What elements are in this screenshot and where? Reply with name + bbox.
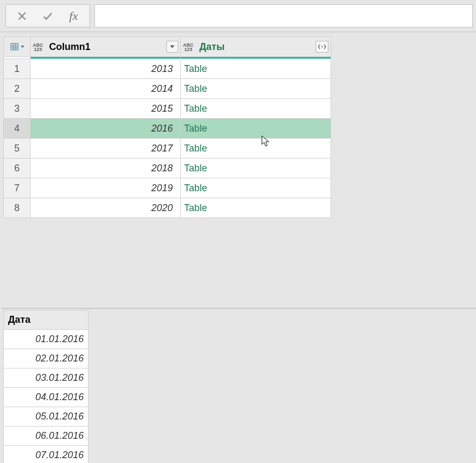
- formula-input[interactable]: = Table.AddColumn(#"Преобразованно в таб…: [94, 4, 473, 27]
- table-row[interactable]: 82020Table: [4, 198, 331, 218]
- cell-dates[interactable]: Table: [181, 139, 331, 158]
- cell-dates[interactable]: Table: [181, 59, 331, 79]
- row-number-cell[interactable]: 6: [4, 158, 31, 178]
- row-number-cell[interactable]: 8: [4, 198, 31, 218]
- row-number-cell[interactable]: 1: [4, 59, 31, 79]
- preview-cell[interactable]: 04.01.2016: [4, 388, 89, 407]
- row-number-cell[interactable]: 2: [4, 79, 31, 99]
- fx-icon: fx: [69, 9, 78, 23]
- cell-dates[interactable]: Table: [181, 198, 331, 218]
- table-row[interactable]: 72019Table: [4, 178, 331, 198]
- table-row[interactable]: 12013Table: [4, 59, 331, 79]
- cell-dates[interactable]: Table: [181, 158, 331, 178]
- cell-column1[interactable]: 2016: [31, 119, 181, 139]
- preview-cell[interactable]: 06.01.2016: [4, 426, 89, 446]
- datatype-any-icon: ABC123: [33, 43, 43, 52]
- column-header-label: Даты: [200, 41, 225, 52]
- preview-cell[interactable]: 07.01.2016: [4, 446, 89, 464]
- table-row[interactable]: 22014Table: [4, 79, 331, 99]
- chevron-down-icon: [20, 45, 25, 49]
- table-icon: [10, 42, 19, 52]
- preview-cell[interactable]: 01.01.2016: [4, 330, 89, 349]
- row-number-cell[interactable]: 5: [4, 139, 31, 158]
- cell-column1[interactable]: 2018: [31, 158, 181, 178]
- table-row[interactable]: 62018Table: [4, 158, 331, 178]
- preview-row[interactable]: 02.01.2016: [4, 349, 89, 368]
- column-filter-button[interactable]: [166, 41, 178, 53]
- row-number-cell[interactable]: 7: [4, 178, 31, 198]
- confirm-button[interactable]: [35, 5, 61, 27]
- preview-row[interactable]: 01.01.2016: [4, 330, 89, 349]
- row-number-cell[interactable]: 4: [4, 119, 31, 139]
- cell-column1[interactable]: 2014: [31, 79, 181, 99]
- header-row: ABC123 Column1 ABC123 Даты: [4, 37, 331, 57]
- formula-bar: fx = Table.AddColumn(#"Преобразованно в …: [0, 0, 476, 32]
- preview-header-row: Дата: [4, 310, 89, 330]
- cell-column1[interactable]: 2015: [31, 99, 181, 119]
- expand-icon: [318, 43, 326, 50]
- cell-dates[interactable]: Table: [181, 99, 331, 119]
- cell-column1[interactable]: 2017: [31, 139, 181, 158]
- cell-column1[interactable]: 2020: [31, 198, 181, 218]
- cell-column1[interactable]: 2013: [31, 59, 181, 79]
- table-row[interactable]: 52017Table: [4, 139, 331, 158]
- cell-dates[interactable]: Table: [181, 79, 331, 99]
- select-all-corner[interactable]: [4, 37, 31, 57]
- preview-row[interactable]: 04.01.2016: [4, 388, 89, 407]
- column-header-column1[interactable]: ABC123 Column1: [31, 37, 181, 57]
- column-header-dates[interactable]: ABC123 Даты: [181, 37, 331, 57]
- table-row[interactable]: 42016Table: [4, 119, 331, 139]
- chevron-down-icon: [170, 44, 175, 49]
- check-icon: [42, 10, 54, 22]
- column-header-label: Column1: [49, 41, 91, 52]
- row-number-cell[interactable]: 3: [4, 99, 31, 119]
- formula-bar-buttons: fx: [5, 4, 90, 27]
- preview-row[interactable]: 06.01.2016: [4, 426, 89, 446]
- preview-table: Дата 01.01.201602.01.201603.01.201604.01…: [3, 310, 89, 463]
- pane-divider[interactable]: [2, 308, 476, 309]
- x-icon: [16, 10, 28, 22]
- preview-row[interactable]: 07.01.2016: [4, 446, 89, 464]
- main-data-table: ABC123 Column1 ABC123 Даты 12013Table220: [3, 37, 331, 218]
- cell-dates[interactable]: Table: [181, 178, 331, 198]
- preview-cell[interactable]: 02.01.2016: [4, 349, 89, 368]
- datatype-any-icon: ABC123: [183, 43, 194, 52]
- preview-row[interactable]: 05.01.2016: [4, 407, 89, 426]
- cancel-button[interactable]: [9, 5, 35, 27]
- cell-dates[interactable]: Table: [181, 119, 331, 139]
- expand-column-button[interactable]: [316, 41, 328, 53]
- preview-header-cell[interactable]: Дата: [4, 310, 89, 330]
- preview-row[interactable]: 03.01.2016: [4, 368, 89, 388]
- preview-cell[interactable]: 05.01.2016: [4, 407, 89, 426]
- fx-button[interactable]: fx: [61, 5, 86, 27]
- preview-cell[interactable]: 03.01.2016: [4, 368, 89, 388]
- table-row[interactable]: 32015Table: [4, 99, 331, 119]
- svg-rect-0: [11, 44, 18, 50]
- cell-column1[interactable]: 2019: [31, 178, 181, 198]
